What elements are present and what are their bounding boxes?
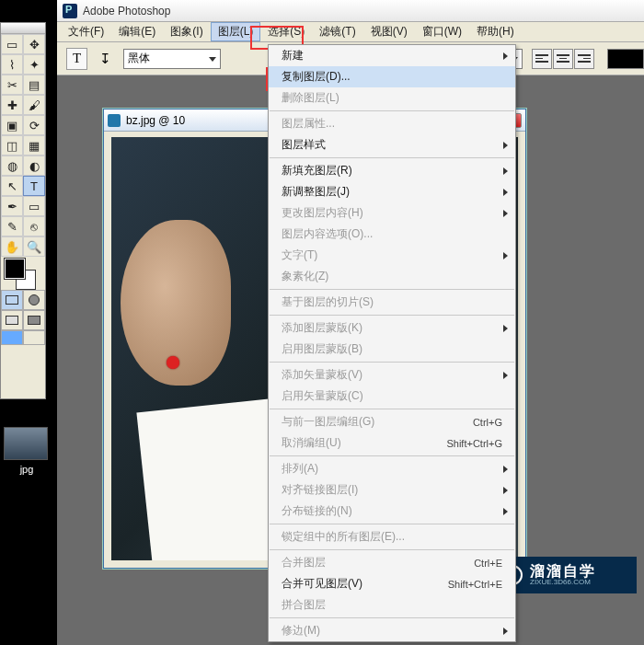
align-center-button[interactable] xyxy=(553,49,573,69)
menu-item-label: 拼合图层 xyxy=(282,597,326,613)
menu-item: 添加图层蒙版(K) xyxy=(269,317,515,339)
text-color-swatch[interactable] xyxy=(607,49,644,69)
title-bar: Adobe Photoshop xyxy=(57,0,644,22)
watermark-sub: ZIXUE.3D66.COM xyxy=(530,579,596,587)
filmstrip-thumb[interactable] xyxy=(4,427,48,460)
tool-move[interactable]: ✥ xyxy=(23,34,45,54)
color-picker[interactable] xyxy=(1,257,45,290)
layer-menu-dropdown: 新建复制图层(D)...删除图层(L)图层属性...图层样式新填充图层(R)新调… xyxy=(268,44,516,642)
menu-item-label: 添加矢量蒙板(V) xyxy=(282,367,362,383)
tool-dodge[interactable]: ◐ xyxy=(23,155,45,176)
tool-zoom[interactable]: 🔍 xyxy=(23,236,45,257)
menu-h[interactable]: 帮助(H) xyxy=(469,22,522,41)
menu-item: 文字(T) xyxy=(269,245,515,266)
menu-item-label: 启用图层蒙版(B) xyxy=(282,341,362,357)
tool-brush[interactable]: 🖌 xyxy=(23,95,45,115)
menu-separator xyxy=(270,549,514,550)
menu-item-label: 更改图层内容(H) xyxy=(282,205,363,221)
align-left-button[interactable] xyxy=(532,49,552,69)
tool-slice[interactable]: ▤ xyxy=(23,75,45,95)
menu-item-label: 合并图层 xyxy=(282,555,326,570)
menu-item-label: 锁定组中的所有图层(E)... xyxy=(282,529,405,545)
screen-mode-2[interactable] xyxy=(23,310,45,330)
tool-magic-wand[interactable]: ✦ xyxy=(23,54,45,75)
menu-item[interactable]: 新调整图层(J) xyxy=(269,181,515,202)
toolbox-grip[interactable] xyxy=(1,23,45,34)
menu-item: 象素化(Z) xyxy=(269,266,515,287)
menu-item[interactable]: 新建 xyxy=(269,45,515,66)
menu-item-label: 对齐链接图层(I) xyxy=(282,482,358,498)
menu-item-label: 排列(A) xyxy=(282,461,318,477)
menu-w[interactable]: 窗口(W) xyxy=(415,22,469,41)
menu-separator xyxy=(270,524,514,524)
document-title: bz.jpg @ 10 xyxy=(126,114,185,127)
menu-item: 启用矢量蒙版(C) xyxy=(269,386,515,407)
tool-gradient[interactable]: ▦ xyxy=(23,135,45,155)
menu-item-label: 添加图层蒙版(K) xyxy=(282,320,362,336)
text-orientation-button[interactable]: ↧ xyxy=(97,48,114,70)
menu-t[interactable]: 滤镜(T) xyxy=(312,22,362,41)
foreground-color-swatch[interactable] xyxy=(5,259,25,279)
menu-item[interactable]: 新填充图层(R) xyxy=(269,160,515,181)
menu-item-label: 新调整图层(J) xyxy=(282,184,350,200)
menu-item-label: 图层属性... xyxy=(282,116,335,132)
standard-mode-button[interactable] xyxy=(1,290,23,310)
tool-healing[interactable]: ✚ xyxy=(1,95,23,115)
tool-marquee[interactable]: ▭ xyxy=(1,34,23,54)
menu-item: 启用图层蒙版(B) xyxy=(269,339,515,360)
menu-item-label: 修边(M) xyxy=(282,623,320,639)
tool-blur[interactable]: ◍ xyxy=(1,155,23,176)
tool-eyedropper[interactable]: ⎋ xyxy=(23,216,45,236)
menu-item: 锁定组中的所有图层(E)... xyxy=(269,526,515,547)
watermark: 溜溜自学 ZIXUE.3D66.COM xyxy=(495,557,637,593)
jump-to-button[interactable] xyxy=(1,330,23,345)
tool-hand[interactable]: ✋ xyxy=(1,236,23,257)
menu-item: 图层内容选项(O)... xyxy=(269,224,515,245)
tool-lasso[interactable]: ⌇ xyxy=(1,54,23,75)
menu-item-label: 新建 xyxy=(282,48,304,63)
tool-type[interactable]: T xyxy=(23,176,45,196)
menu-i[interactable]: 图象(I) xyxy=(163,22,210,41)
screen-mode-1[interactable] xyxy=(1,310,23,330)
menu-item-shortcut: Shift+Ctrl+E xyxy=(448,579,502,590)
menu-v[interactable]: 视图(V) xyxy=(363,22,415,41)
toolbox: ▭✥⌇✦✂▤✚🖌▣⟳◫▦◍◐↖T✒▭✎⎋✋🔍 xyxy=(0,22,46,399)
tool-eraser[interactable]: ◫ xyxy=(1,135,23,155)
menu-separator xyxy=(270,289,514,290)
menu-item: 更改图层内容(H) xyxy=(269,202,515,224)
menubar: 文件(F)编辑(E)图象(I)图层(L)选择(S)滤镜(T)视图(V)窗口(W)… xyxy=(57,22,644,42)
menu-item-label: 与前一图层编组(G) xyxy=(282,414,374,430)
menu-item: 拼合图层 xyxy=(269,594,515,616)
tool-stamp[interactable]: ▣ xyxy=(1,115,23,135)
menu-item-shortcut: Ctrl+G xyxy=(473,417,502,428)
menu-separator xyxy=(270,409,514,409)
jump-to-button-2[interactable] xyxy=(23,330,45,345)
menu-item: 对齐链接图层(I) xyxy=(269,479,515,501)
menu-e[interactable]: 编辑(E) xyxy=(111,22,163,41)
tool-crop[interactable]: ✂ xyxy=(1,75,23,95)
menu-item: 图层属性... xyxy=(269,113,515,134)
menu-item-shortcut: Shift+Ctrl+G xyxy=(446,438,502,449)
menu-item: 合并图层Ctrl+E xyxy=(269,552,515,573)
tool-path[interactable]: ↖ xyxy=(1,176,23,196)
tool-shape[interactable]: ▭ xyxy=(23,196,45,216)
app-icon xyxy=(63,4,77,18)
menu-item-label: 启用矢量蒙版(C) xyxy=(282,388,363,404)
menu-item: 删除图层(L) xyxy=(269,87,515,109)
font-family-value: 黑体 xyxy=(128,51,150,66)
quickmask-mode-button[interactable] xyxy=(23,290,45,310)
tool-history-brush[interactable]: ⟳ xyxy=(23,115,45,135)
tool-preset-button[interactable]: T xyxy=(66,48,87,70)
font-family-select[interactable]: 黑体 xyxy=(123,49,221,69)
menu-item[interactable]: 图层样式 xyxy=(269,134,515,155)
align-right-button[interactable] xyxy=(574,49,594,69)
tool-notes[interactable]: ✎ xyxy=(1,216,23,236)
tool-pen[interactable]: ✒ xyxy=(1,196,23,216)
menu-separator xyxy=(270,110,514,111)
menu-item[interactable]: 合并可见图层(V)Shift+Ctrl+E xyxy=(269,573,515,594)
menu-f[interactable]: 文件(F) xyxy=(61,22,111,41)
menu-item[interactable]: 复制图层(D)... xyxy=(269,66,515,87)
menu-item: 基于图层的切片(S) xyxy=(269,292,515,313)
menu-item: 添加矢量蒙板(V) xyxy=(269,364,515,386)
menu-separator xyxy=(270,362,514,363)
